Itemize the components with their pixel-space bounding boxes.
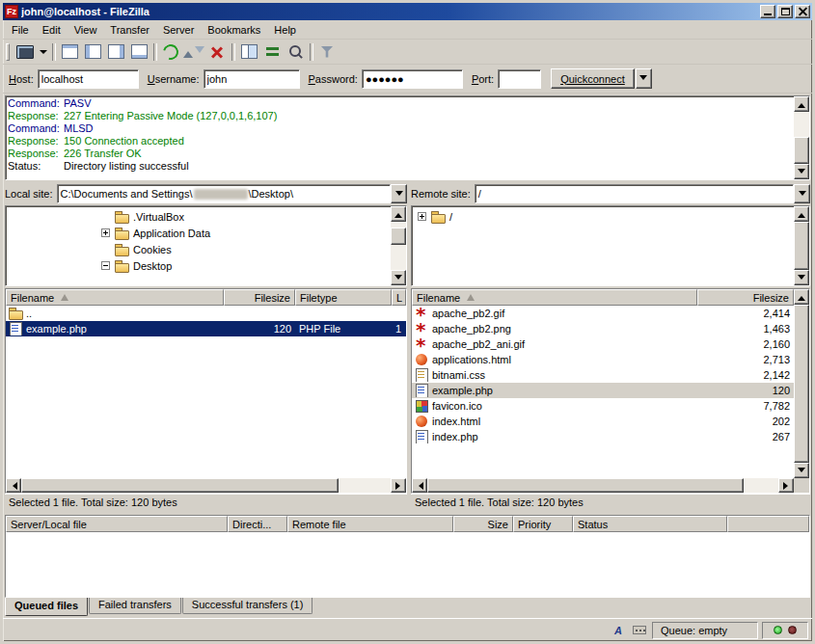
expander-icon[interactable] — [101, 228, 110, 237]
directory-comparison-button[interactable] — [237, 41, 260, 63]
menu-item[interactable]: Help — [267, 22, 303, 38]
file-row[interactable]: applications.html 2,713 — [412, 352, 794, 367]
file-row[interactable]: .. — [6, 306, 406, 321]
horizontal-scrollbar[interactable] — [6, 478, 406, 493]
tree-item[interactable]: .VirtualBox — [7, 208, 389, 225]
column-header-filetype[interactable]: Filetype — [295, 289, 392, 306]
scroll-track[interactable] — [391, 222, 406, 270]
toolbar-grip[interactable] — [6, 43, 10, 61]
title-bar[interactable]: Fz john@localhost - FileZilla — [3, 3, 812, 20]
scroll-left-button[interactable] — [412, 478, 427, 493]
queue-column-priority[interactable]: Priority — [513, 516, 573, 532]
column-header-lastmodified[interactable]: L — [392, 289, 406, 306]
file-row[interactable]: example.php 120 PHP File 1 — [6, 321, 406, 336]
scroll-track[interactable] — [794, 222, 809, 270]
scroll-right-button[interactable] — [778, 478, 794, 493]
file-row[interactable]: apache_pb2.png 1,463 — [412, 321, 794, 336]
speedlimit-icon[interactable] — [631, 623, 648, 638]
scroll-thumb[interactable] — [794, 222, 809, 270]
menu-item[interactable]: View — [68, 22, 104, 38]
file-row[interactable]: apache_pb2.gif 2,414 — [412, 306, 794, 321]
scroll-down-button[interactable] — [794, 164, 809, 179]
scroll-track[interactable] — [21, 478, 391, 493]
scroll-thumb[interactable] — [21, 478, 339, 493]
transfer-type-icon[interactable]: A — [610, 623, 627, 638]
separator[interactable] — [49, 41, 58, 63]
scroll-up-button[interactable] — [391, 206, 406, 222]
remote-tree-scrollbar[interactable] — [794, 206, 809, 285]
scroll-thumb[interactable] — [427, 478, 744, 493]
local-site-combobox[interactable]: C:\Documents and Settings\ \Desktop\ — [57, 184, 407, 203]
scroll-down-button[interactable] — [794, 463, 809, 478]
scroll-track[interactable] — [794, 305, 809, 463]
scroll-down-button[interactable] — [794, 270, 809, 285]
site-manager-dropdown[interactable] — [37, 41, 49, 63]
close-button[interactable] — [795, 5, 810, 18]
local-tree-scrollbar[interactable] — [391, 206, 406, 285]
scroll-track[interactable] — [427, 478, 778, 493]
toggle-message-log-button[interactable] — [58, 41, 81, 63]
scroll-right-button[interactable] — [391, 478, 406, 493]
queue-column-size[interactable]: Size — [453, 516, 513, 532]
separator[interactable] — [150, 41, 159, 63]
tree-item[interactable]: Cookies — [7, 241, 389, 257]
remote-site-path[interactable]: / — [475, 184, 794, 203]
file-row[interactable]: favicon.ico 7,782 — [412, 398, 794, 414]
remote-site-dropdown-button[interactable] — [794, 184, 810, 203]
password-input[interactable] — [362, 69, 463, 89]
filter-button[interactable] — [315, 41, 339, 63]
tree-item[interactable]: Desktop — [7, 257, 389, 274]
scroll-track[interactable] — [794, 112, 809, 164]
column-header-filesize[interactable]: Filesize — [697, 289, 794, 306]
remote-list-scrollbar[interactable] — [794, 289, 809, 478]
toggle-local-tree-button[interactable] — [81, 41, 104, 63]
process-queue-button[interactable] — [182, 41, 205, 63]
tab-failed-transfers[interactable]: Failed transfers — [89, 598, 181, 614]
column-header-filename[interactable]: Filename — [6, 289, 224, 306]
column-header-filesize[interactable]: Filesize — [224, 289, 295, 306]
quickconnect-dropdown-button[interactable] — [636, 68, 652, 89]
toggle-queue-button[interactable] — [127, 41, 150, 63]
horizontal-scrollbar[interactable] — [412, 478, 794, 493]
host-input[interactable] — [38, 69, 139, 89]
separator[interactable] — [307, 41, 315, 63]
scroll-thumb[interactable] — [391, 228, 406, 245]
file-row[interactable]: bitnami.css 2,142 — [412, 367, 794, 383]
file-row[interactable]: example.php 120 — [412, 383, 794, 398]
scroll-up-button[interactable] — [794, 289, 809, 305]
refresh-button[interactable] — [159, 41, 182, 63]
scroll-thumb[interactable] — [794, 137, 809, 164]
synchronized-browsing-button[interactable] — [260, 41, 284, 63]
queue-column-direction[interactable]: Directi... — [228, 516, 287, 532]
site-manager-button[interactable] — [14, 41, 37, 63]
column-header-filename[interactable]: Filename — [412, 289, 697, 306]
queue-column-status[interactable]: Status — [573, 516, 727, 532]
scroll-thumb[interactable] — [794, 305, 809, 463]
scroll-up-button[interactable] — [794, 206, 809, 222]
queue-column-remote-file[interactable]: Remote file — [287, 516, 453, 532]
quickconnect-button[interactable]: Quickconnect — [551, 68, 635, 89]
minimize-button[interactable] — [760, 5, 775, 18]
expander-icon[interactable] — [101, 261, 110, 270]
scroll-left-button[interactable] — [6, 478, 21, 493]
tree-item[interactable]: Application Data — [7, 225, 389, 241]
file-row[interactable]: index.php 267 — [412, 429, 794, 444]
local-site-dropdown-button[interactable] — [391, 184, 407, 203]
expander-icon[interactable] — [418, 212, 426, 221]
file-row[interactable]: apache_pb2_ani.gif 2,160 — [412, 336, 794, 352]
log-scrollbar[interactable] — [794, 96, 809, 179]
queue-column-local-file[interactable]: Server/Local file — [6, 516, 228, 532]
scroll-up-button[interactable] — [794, 96, 809, 112]
find-files-button[interactable] — [284, 41, 307, 63]
maximize-button[interactable] — [777, 5, 793, 18]
tab-queued-files[interactable]: Queued files — [5, 598, 88, 616]
menu-item[interactable]: Server — [156, 22, 201, 38]
separator[interactable] — [229, 41, 237, 63]
tab-successful-transfers[interactable]: Successful transfers (1) — [182, 598, 313, 614]
port-input[interactable] — [498, 69, 541, 89]
cancel-operation-button[interactable] — [205, 41, 229, 63]
remote-site-combobox[interactable]: / — [475, 184, 810, 203]
menu-item[interactable]: File — [5, 22, 36, 38]
username-input[interactable] — [204, 69, 300, 89]
menu-item[interactable]: Edit — [36, 22, 68, 38]
